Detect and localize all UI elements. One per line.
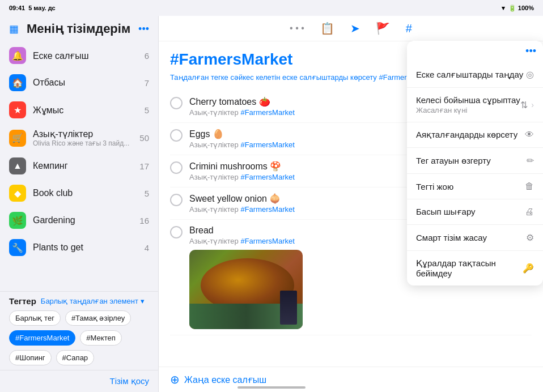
list-icon: ★ — [9, 101, 26, 118]
menu-item[interactable]: Құралдар тақтасын бейімдеу 🔑 — [407, 251, 543, 286]
menu-item-left: Тегті жою — [416, 182, 453, 191]
menu-item-subtitle: Жасалған күні — [416, 106, 520, 114]
list-item-name: Еске салғыш — [33, 50, 138, 61]
app-container: ▦ Менің тізімдерім ••• 🔔 Еске салғыш 6 🏠… — [0, 16, 543, 392]
tag-chip[interactable]: #Сапар — [56, 350, 95, 365]
task-tag: #FarmersMarket — [240, 237, 294, 245]
add-reminder-button[interactable]: ⊕ Жаңа еске салғыш — [170, 373, 266, 386]
menu-item-left: Смарт тізім жасау — [416, 233, 487, 242]
menu-item-icon: 🔑 — [523, 263, 534, 274]
menu-item-title: Смарт тізім жасау — [416, 233, 487, 242]
list-item-count: 16 — [139, 216, 149, 225]
list-item[interactable]: 🔧 Plants to get 4 — [0, 234, 158, 261]
list-item-name: Plants to get — [33, 242, 138, 253]
list-item[interactable]: ◆ Book club 5 — [0, 180, 158, 207]
tag-chip[interactable]: #Тамақ әзірлеу — [65, 310, 131, 326]
chevron-right-icon: › — [531, 100, 534, 109]
menu-item-right: 🖨 — [525, 207, 534, 217]
menu-item-right: ✏ — [527, 155, 534, 166]
menu-item[interactable]: Басып шығару 🖨 — [407, 199, 543, 225]
chevron-down-icon: ▾ — [141, 297, 145, 305]
list-item[interactable]: 🌿 Gardening 16 — [0, 207, 158, 234]
menu-item-right: ⇅ › — [520, 100, 534, 110]
menu-item-icon: 🖨 — [525, 207, 534, 217]
menu-item[interactable]: Тегті жою 🗑 — [407, 174, 543, 199]
menu-item-title: Басып шығару — [416, 207, 476, 217]
list-item[interactable]: 🏠 Отбасы 7 — [0, 69, 158, 96]
list-item-name: Отбасы — [33, 78, 138, 88]
list-item-count: 5 — [145, 189, 149, 198]
status-bar: 09:41 5 мау. дс ▾ 🔋 100% — [0, 0, 543, 16]
flag-icon[interactable]: 🚩 — [376, 22, 390, 35]
menu-item-left: Аяқталғандарды көрсету — [416, 130, 517, 140]
list-item-name: Азық-түліктер — [33, 129, 133, 139]
wifi-icon: ▾ — [502, 5, 505, 12]
list-icon: 🔔 — [9, 47, 26, 64]
add-reminder-label: Жаңа еске салғыш — [184, 374, 266, 385]
tag-chip[interactable]: #FarmersMarket — [9, 330, 75, 346]
menu-item-title: Тег атауын өзгерту — [416, 156, 491, 166]
list-item-count: 6 — [145, 51, 149, 61]
list-item-name: Book club — [33, 188, 138, 198]
menu-item[interactable]: Смарт тізім жасау ⚙ — [407, 225, 543, 251]
tags-filter-label: Барлық таңдалған элемент — [41, 297, 138, 305]
menu-item-right: ⚙ — [526, 232, 534, 243]
sidebar-more-button[interactable]: ••• — [138, 23, 149, 35]
home-indicator — [237, 386, 306, 389]
task-checkbox[interactable] — [170, 226, 183, 238]
task-checkbox[interactable] — [170, 97, 183, 109]
menu-item-left: Тег атауын өзгерту — [416, 156, 491, 166]
tags-chips: Барлық тег#Тамақ әзірлеу#FarmersMarket#М… — [9, 310, 149, 365]
list-icon: ▲ — [9, 157, 26, 174]
sidebar: ▦ Менің тізімдерім ••• 🔔 Еске салғыш 6 🏠… — [0, 16, 159, 392]
list-item-count: 7 — [145, 78, 149, 88]
list-item[interactable]: 🔔 Еске салғыш 6 — [0, 42, 158, 69]
tags-filter[interactable]: Барлық таңдалған элемент ▾ — [41, 297, 145, 305]
list-item-count: 4 — [145, 243, 149, 253]
task-checkbox[interactable] — [170, 194, 183, 206]
context-menu-more-button[interactable]: ••• — [525, 45, 536, 57]
menu-item-left: Басып шығару — [416, 207, 476, 217]
status-date: 5 мау. дс — [28, 5, 56, 11]
status-right: ▾ 🔋 100% — [502, 5, 534, 12]
context-menu: ••• Еске салғыштарды таңдау ◎ Келесі бой… — [407, 41, 543, 286]
navigation-icon[interactable]: ➤ — [350, 22, 360, 35]
list-item[interactable]: 🛒 Азық-түліктер Olivia Rico және тағы 3 … — [0, 123, 158, 152]
list-item-count: 50 — [139, 133, 149, 143]
list-item[interactable]: ★ Жұмыс 5 — [0, 96, 158, 123]
menu-item-right: 🗑 — [525, 181, 534, 191]
task-checkbox[interactable] — [170, 161, 183, 174]
tag-chip[interactable]: #Мектеп — [80, 330, 121, 346]
main-content: • • • 📋 ➤ 🚩 # #FarmersMarket Таңдалған т… — [159, 16, 543, 392]
list-item-count: 17 — [139, 161, 149, 171]
menu-item[interactable]: Келесі бойынша сұрыптау Жасалған күні ⇅ … — [407, 88, 543, 122]
menu-item-icon: 👁 — [525, 130, 534, 140]
menu-item-title: Келесі бойынша сұрыптау — [416, 95, 520, 105]
add-list-button[interactable]: Тізім қосу — [109, 376, 149, 386]
menu-item-right: ◎ — [526, 69, 534, 80]
list-icon: 🔧 — [9, 239, 26, 256]
menu-item-title: Еске салғыштарды таңдау — [416, 70, 523, 80]
menu-item-icon: ⇅ — [520, 100, 528, 110]
menu-item[interactable]: Еске салғыштарды таңдау ◎ — [407, 62, 543, 88]
task-tag: #FarmersMarket — [240, 205, 294, 214]
list-icon: 🏠 — [9, 74, 26, 91]
list-icon: 🌿 — [9, 212, 26, 229]
sidebar-toggle-button[interactable]: ▦ — [9, 23, 19, 35]
list-item-name: Кемпинг — [33, 161, 133, 171]
list-item-name: Жұмыс — [33, 105, 138, 116]
sidebar-title: Менің тізімдерім — [27, 22, 130, 36]
hashtag-icon[interactable]: # — [406, 22, 412, 35]
status-left: 09:41 5 мау. дс — [9, 5, 56, 11]
menu-item[interactable]: Аяқталғандарды көрсету 👁 — [407, 122, 543, 148]
tags-title: Тегтер — [9, 296, 36, 306]
list-item[interactable]: ▲ Кемпинг 17 — [0, 152, 158, 180]
tags-section: Тегтер Барлық таңдалған элемент ▾ Барлық… — [0, 291, 158, 370]
menu-item-icon: ✏ — [527, 155, 534, 166]
menu-item[interactable]: Тег атауын өзгерту ✏ — [407, 148, 543, 174]
task-tag: #FarmersMarket — [240, 140, 294, 149]
tag-chip[interactable]: Барлық тег — [9, 310, 61, 326]
calendar-icon[interactable]: 📋 — [320, 22, 334, 35]
tag-chip[interactable]: #Шопинг — [9, 350, 52, 365]
task-checkbox[interactable] — [170, 129, 183, 142]
